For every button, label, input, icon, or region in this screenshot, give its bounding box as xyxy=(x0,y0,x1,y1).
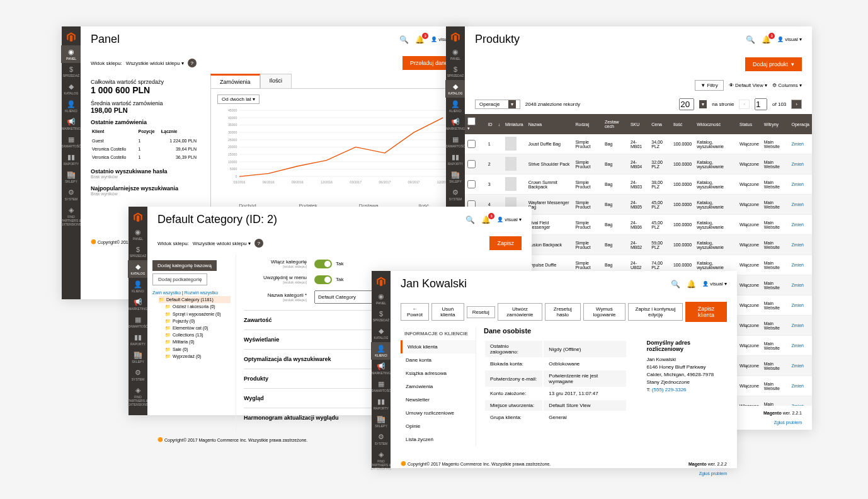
cust-tab-zamówienia[interactable]: Zamówienia xyxy=(401,380,476,393)
filters-button[interactable]: ▼ Filtry xyxy=(695,80,723,91)
columns-button[interactable]: ⚙ Columns ▾ xyxy=(772,83,802,88)
action-usuń-klienta[interactable]: Usuń klienta xyxy=(431,303,464,321)
edit-link[interactable]: Zmień xyxy=(792,343,804,348)
tree-item[interactable]: Sale (0) xyxy=(165,346,231,353)
tree-item[interactable]: Odzież i akcesoria (0) xyxy=(165,303,231,310)
search-icon[interactable]: 🔍 xyxy=(399,35,409,44)
nav-marketing[interactable]: 📢MARKETING xyxy=(61,115,81,133)
edit-link[interactable]: Zmień xyxy=(792,263,804,267)
edit-link[interactable]: Zmień xyxy=(792,243,804,247)
nav-zawarto[interactable]: ▦ZAWARTOŚĆ xyxy=(371,377,391,395)
action-powrót[interactable]: Powrót xyxy=(401,303,429,321)
nav-raporty[interactable]: ▮▮RAPORTY xyxy=(371,395,391,413)
next-page-button[interactable]: › xyxy=(791,100,802,109)
add-product-button[interactable]: Dodaj produkt ▾ xyxy=(745,57,802,71)
nav-panel[interactable]: ◉PANEL xyxy=(61,45,81,63)
operations-select[interactable]: Operacje ▾ xyxy=(475,100,520,109)
col-SKU[interactable]: SKU xyxy=(628,114,649,134)
nav-marketing[interactable]: 📢MARKETING xyxy=(445,115,465,133)
notification-icon[interactable]: 🔔 xyxy=(687,280,696,289)
nav-system[interactable]: ⚙SYSTEM xyxy=(128,366,148,384)
nav-system[interactable]: ⚙SYSTEM xyxy=(371,430,391,448)
telephone-link[interactable]: (555) 229-3326 xyxy=(652,387,687,393)
nav-sprzeda[interactable]: $SPRZEDAŻ xyxy=(445,63,465,80)
nav-marketing[interactable]: 📢MARKETING xyxy=(371,360,391,377)
tree-root[interactable]: Default Category (1181) xyxy=(159,296,231,303)
order-row[interactable]: Guest11 224,00 PLN xyxy=(92,137,197,144)
tree-item[interactable]: Elementów cat (0) xyxy=(165,324,231,331)
order-row[interactable]: Veronica Costello136,39 PLN xyxy=(92,154,197,161)
col-Miniatura[interactable]: Miniatura xyxy=(503,114,526,134)
action-zresetuj-hasło[interactable]: Zresetuj hasło xyxy=(545,303,581,321)
user-menu[interactable]: 👤 visual ▾ xyxy=(497,217,522,222)
cust-tab-lista-życzeń[interactable]: Lista życzeń xyxy=(401,433,476,446)
edit-link[interactable]: Zmień xyxy=(792,384,804,388)
cust-tab-widok-klienta[interactable]: Widok klienta xyxy=(401,340,476,353)
col-Nazwa[interactable]: Nazwa xyxy=(526,114,573,134)
nav-katalog[interactable]: ◆KATALOG xyxy=(445,80,465,98)
nav-zawarto[interactable]: ▦ZAWARTOŚĆ xyxy=(445,133,465,151)
edit-link[interactable]: Zmień xyxy=(792,364,804,368)
edit-link[interactable]: Zmień xyxy=(792,303,804,307)
category-tree[interactable]: Zwiń wszystko | Rozwiń wszystko Default … xyxy=(152,289,231,360)
nav-klienci[interactable]: 👤KLIENCI xyxy=(445,98,465,115)
nav-katalog[interactable]: ◆KATALOG xyxy=(128,260,148,278)
help-icon[interactable]: ? xyxy=(254,239,263,248)
product-row[interactable]: 2Strive Shoulder PackSimple ProductBag24… xyxy=(465,154,812,175)
nav-panel[interactable]: ◉PANEL xyxy=(371,290,391,307)
tab-orders[interactable]: Zamówienia xyxy=(210,74,260,88)
search-icon[interactable]: 🔍 xyxy=(746,35,755,44)
nav-sprzeda[interactable]: $SPRZEDAŻ xyxy=(128,243,148,260)
cust-tab-dane-konta[interactable]: Dane konta xyxy=(401,353,476,367)
nav-zawarto[interactable]: ▦ZAWARTOŚĆ xyxy=(61,133,81,151)
edit-link[interactable]: Zmień xyxy=(792,142,804,146)
search-icon[interactable]: 🔍 xyxy=(465,215,475,224)
row-checkbox[interactable] xyxy=(467,140,476,148)
col-Zestaw cech[interactable]: Zestaw cech xyxy=(602,114,628,134)
notification-icon[interactable]: 🔔3 xyxy=(762,35,771,44)
nav-system[interactable]: ⚙SYSTEM xyxy=(445,186,465,204)
prev-page-button[interactable]: ‹ xyxy=(739,100,750,109)
col-Operacja[interactable]: Operacja xyxy=(789,114,812,134)
search-icon[interactable]: 🔍 xyxy=(671,280,680,289)
tree-item[interactable]: Collections (13) xyxy=(165,331,231,338)
nav-klienci[interactable]: 👤KLIENCI xyxy=(128,278,148,295)
nav-raporty[interactable]: ▮▮RAPORTY xyxy=(445,151,465,168)
col-Status[interactable]: Status xyxy=(737,114,762,134)
nav-sklepy[interactable]: 🏬SKLEPY xyxy=(371,413,391,430)
shop-select[interactable]: Wszystkie widoki sklepu ▾ xyxy=(126,60,184,66)
nav-marketing[interactable]: 📢MARKETING xyxy=(128,295,148,313)
nav-findpartnersextensions[interactable]: ◈FIND PARTNERS & EXTENSIONS xyxy=(371,448,391,473)
cust-tab-książka-adresowa[interactable]: Książka adresowa xyxy=(401,367,476,380)
page-input[interactable] xyxy=(755,98,767,110)
nav-panel[interactable]: ◉PANEL xyxy=(128,226,148,243)
nav-findpartnersextensions[interactable]: ◈FIND PARTNERS & EXTENSIONS xyxy=(128,384,148,409)
per-page-dropdown[interactable]: ▾ xyxy=(699,100,707,108)
action-utwórz-zamówienie[interactable]: Utwórz zamówienie xyxy=(498,303,542,321)
col-0[interactable]: ▾ xyxy=(465,114,481,134)
edit-link[interactable]: Zmień xyxy=(792,202,804,207)
col-↓[interactable]: ↓ xyxy=(495,114,503,134)
nav-sklepy[interactable]: 🏬SKLEPY xyxy=(445,168,465,186)
col-Rodzaj[interactable]: Rodzaj xyxy=(573,114,602,134)
notification-icon[interactable]: 🔔3 xyxy=(481,215,491,224)
select-all-checkbox[interactable] xyxy=(467,117,476,125)
user-menu[interactable]: 👤 visual ▾ xyxy=(702,281,727,287)
col-Widoczność[interactable]: Widoczność xyxy=(694,114,737,134)
col-Cena[interactable]: Cena xyxy=(649,114,671,134)
per-page-input[interactable] xyxy=(679,98,694,110)
nav-katalog[interactable]: ◆KATALOG xyxy=(371,324,391,342)
report-problem-link[interactable]: Zgłoś problem xyxy=(774,420,802,425)
nav-findpartnersextensions[interactable]: ◈FIND PARTNERS & EXTENSIONS xyxy=(61,204,81,229)
nav-sprzeda[interactable]: $SPRZEDAŻ xyxy=(371,307,391,324)
edit-link[interactable]: Zmień xyxy=(792,283,804,287)
shop-select[interactable]: Wszystkie widoki sklepu ▾ xyxy=(193,241,251,246)
tree-item[interactable]: Sprzęt i wyposażenie (0) xyxy=(165,311,231,318)
enable-toggle[interactable] xyxy=(314,260,332,268)
col-1[interactable] xyxy=(481,114,486,134)
edit-link[interactable]: Zmień xyxy=(792,222,804,227)
notification-icon[interactable]: 🔔3 xyxy=(415,35,425,44)
row-checkbox[interactable] xyxy=(467,180,476,188)
nav-raporty[interactable]: ▮▮RAPORTY xyxy=(61,151,81,168)
product-row[interactable]: 3Crown Summit BackpackSimple ProductBag2… xyxy=(465,175,812,195)
